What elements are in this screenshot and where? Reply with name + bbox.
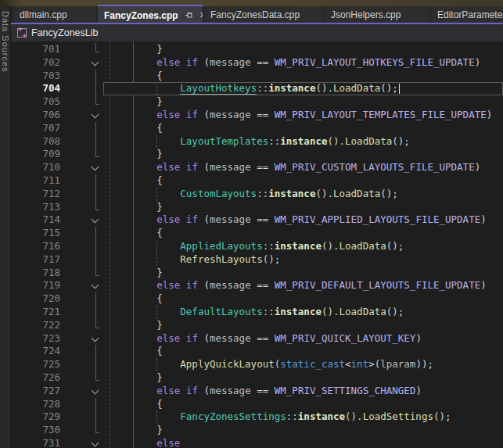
line-number[interactable]: 718: [11, 267, 60, 280]
fold-chevron-icon[interactable]: [92, 163, 99, 171]
line-number[interactable]: 714: [11, 213, 60, 227]
code-line[interactable]: 712 CustomLayouts::instance().LoadData()…: [11, 188, 503, 201]
line-number[interactable]: 715: [11, 227, 60, 240]
code-text: {: [110, 122, 163, 135]
line-number[interactable]: 713: [11, 201, 60, 214]
line-number[interactable]: 722: [11, 319, 60, 332]
line-number[interactable]: 720: [11, 292, 60, 306]
code-line[interactable]: 701 }: [11, 43, 503, 56]
fold-extent-line: [95, 410, 96, 424]
code-line[interactable]: 722 }: [11, 319, 503, 332]
code-line[interactable]: 702 else if (message == WM_PRIV_LAYOUT_H…: [11, 56, 503, 70]
line-number[interactable]: 716: [11, 240, 60, 253]
code-text: }: [110, 319, 163, 332]
code-line[interactable]: 723 else if (message == WM_PRIV_QUICK_LA…: [11, 332, 503, 346]
tab-jsonhelpers[interactable]: JsonHelpers.cpp: [325, 6, 429, 23]
fold-extent-line: [95, 148, 99, 157]
code-editor[interactable]: 701 }702 else if (message == WM_PRIV_LAY…: [11, 41, 503, 448]
fold-chevron-icon[interactable]: [92, 439, 99, 446]
code-line[interactable]: 727 else if (message == WM_PRIV_SETTINGS…: [11, 385, 503, 398]
sidebar-item-data-sources[interactable]: Data Sources: [1, 6, 10, 73]
pin-icon[interactable]: [185, 11, 193, 20]
tab-fancyzones[interactable]: FancyZones.cpp ✕: [98, 5, 203, 23]
code-line[interactable]: 719 else if (message == WM_PRIV_DEFAULT_…: [11, 279, 503, 292]
code-text: {: [110, 70, 163, 83]
code-line[interactable]: 721 DefaultLayouts::instance().LoadData(…: [11, 306, 503, 319]
code-text: else if (message == WM_PRIV_CUSTOM_LAYOU…: [110, 161, 480, 174]
code-text: }: [110, 371, 163, 385]
tab-editorparameters[interactable]: EditorParameters.cpp: [431, 6, 503, 23]
fold-extent-line: [95, 188, 96, 201]
fold-extent-line: [95, 135, 96, 149]
fold-chevron-icon[interactable]: [92, 386, 99, 394]
code-line[interactable]: 715 {: [11, 227, 503, 240]
code-line[interactable]: 726 }: [11, 371, 503, 385]
tab-label: EditorParameters.cpp: [437, 9, 503, 20]
code-line[interactable]: 718 }: [11, 267, 503, 280]
line-number[interactable]: 706: [11, 109, 60, 122]
code-text: RefreshLayouts();: [110, 253, 280, 267]
code-line[interactable]: 703 {: [11, 70, 503, 83]
breadcrumb-project[interactable]: FancyZonesLib: [31, 27, 98, 38]
code-line[interactable]: 717 RefreshLayouts();: [11, 253, 503, 267]
code-line[interactable]: 724 {: [11, 345, 503, 358]
code-line[interactable]: 725 ApplyQuickLayout(static_cast<int>(lp…: [11, 358, 503, 371]
line-number[interactable]: 727: [11, 385, 60, 398]
code-text: {: [110, 174, 163, 188]
code-line[interactable]: 708 LayoutTemplates::instance().LoadData…: [11, 135, 503, 149]
code-line[interactable]: 711 {: [11, 174, 503, 188]
line-number[interactable]: 719: [11, 279, 60, 292]
code-line[interactable]: 729 FancyZonesSettings::instance().LoadS…: [11, 410, 503, 424]
line-number[interactable]: 703: [11, 70, 60, 83]
code-line[interactable]: 731 else: [11, 437, 503, 448]
code-line[interactable]: 716 AppliedLayouts::instance().LoadData(…: [11, 240, 503, 253]
code-text: CustomLayouts::instance().LoadData();: [110, 188, 398, 201]
code-line[interactable]: 707 {: [11, 122, 503, 135]
line-number[interactable]: 708: [11, 135, 60, 149]
line-number[interactable]: 701: [11, 43, 60, 56]
code-line[interactable]: 720 {: [11, 292, 503, 306]
line-number[interactable]: 704: [11, 82, 60, 95]
fold-chevron-icon[interactable]: [92, 58, 99, 66]
line-number[interactable]: 702: [11, 56, 60, 70]
fold-extent-line: [95, 371, 99, 381]
code-line[interactable]: 730 }: [11, 424, 503, 437]
line-number[interactable]: 725: [11, 358, 60, 371]
line-number[interactable]: 705: [11, 95, 60, 109]
fold-extent-line: [95, 253, 96, 267]
project-breadcrumb-bar: ++ FancyZonesLib: [11, 24, 503, 41]
line-number[interactable]: 710: [11, 161, 60, 174]
code-line[interactable]: 714 else if (message == WM_PRIV_APPLIED_…: [11, 213, 503, 227]
fold-chevron-icon[interactable]: [92, 111, 99, 119]
line-number[interactable]: 728: [11, 398, 60, 411]
line-number[interactable]: 726: [11, 371, 60, 385]
code-text: }: [110, 43, 163, 56]
code-line[interactable]: 706 else if (message == WM_PRIV_LAYOUT_T…: [11, 109, 503, 122]
tab-fancyzonesdata[interactable]: FancyZonesData.cpp: [204, 6, 323, 23]
fold-chevron-icon[interactable]: [92, 334, 99, 342]
line-number[interactable]: 731: [11, 437, 60, 448]
code-line[interactable]: 709 }: [11, 148, 503, 161]
line-number[interactable]: 709: [11, 148, 60, 161]
fold-extent-line: [95, 240, 96, 253]
line-number[interactable]: 729: [11, 410, 60, 424]
code-line[interactable]: 705 }: [11, 95, 503, 109]
line-number[interactable]: 717: [11, 253, 60, 267]
line-number[interactable]: 721: [11, 306, 60, 319]
line-number[interactable]: 711: [11, 174, 60, 188]
fold-extent-line: [95, 201, 99, 210]
code-line[interactable]: 728 {: [11, 398, 503, 411]
code-line[interactable]: 704 LayoutHotkeys::instance().LoadData()…: [11, 82, 503, 95]
line-number[interactable]: 724: [11, 345, 60, 358]
code-line[interactable]: 713 }: [11, 201, 503, 214]
code-line[interactable]: 710 else if (message == WM_PRIV_CUSTOM_L…: [11, 161, 503, 174]
line-number[interactable]: 707: [11, 122, 60, 135]
fold-chevron-icon[interactable]: [92, 281, 99, 289]
tab-dllmain[interactable]: dllmain.cpp: [13, 6, 96, 23]
line-number[interactable]: 712: [11, 188, 60, 201]
line-number[interactable]: 730: [11, 424, 60, 437]
fold-chevron-icon[interactable]: [92, 216, 99, 224]
close-icon[interactable]: ✕: [199, 10, 203, 20]
line-number[interactable]: 723: [11, 332, 60, 346]
code-text: else if (message == WM_PRIV_DEFAULT_LAYO…: [110, 279, 487, 292]
